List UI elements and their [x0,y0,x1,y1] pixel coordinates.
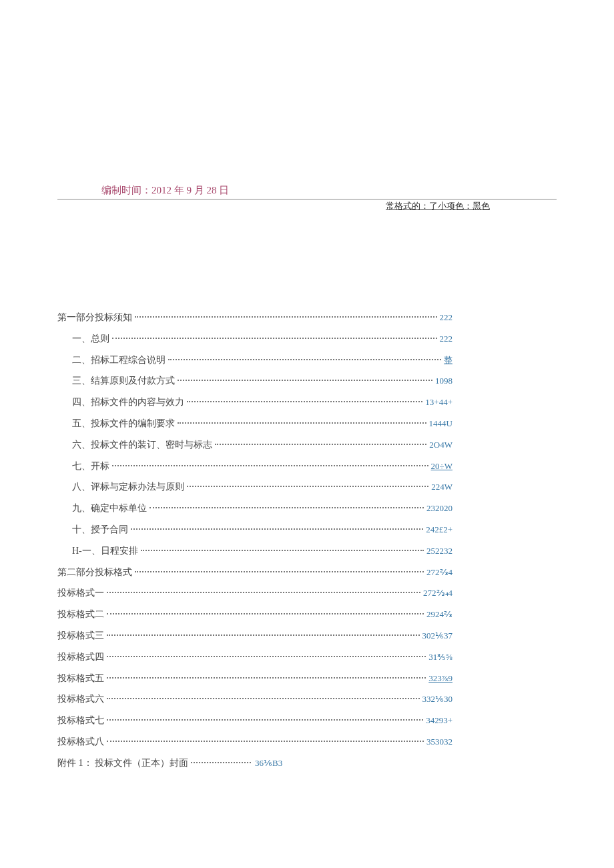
toc-entry-page: 232020 [426,501,452,516]
toc-entry-label: 投标格式五 [57,671,104,687]
toc-leader-dots [168,359,441,360]
header-divider [57,199,557,199]
toc-leader-dots [112,338,437,339]
toc-entry-page: 222 [440,310,453,325]
toc-leader-dots [191,762,251,763]
toc-entry-page: 2924⅔ [426,607,452,622]
toc-entry-label: 投标格式七 [57,713,104,729]
toc-entry: 七、开标20÷W [57,458,452,474]
toc-entry-label: 六、投标文件的装订、密时与标志 [72,437,212,453]
toc-leader-dots [149,507,424,508]
toc-entry-page: 13+44+ [425,395,452,410]
table-of-contents: 第一部分投标须知222一、总则222二、招标工程综合说明整三、结算原则及付款方式… [57,310,452,777]
toc-leader-dots [135,316,437,318]
toc-entry-page: 323⅞9 [428,671,452,686]
toc-entry: 投标格式一272⅔₄4 [57,585,452,601]
toc-entry-label: 十、授予合同 [72,522,128,538]
toc-leader-dots [178,380,432,381]
toc-leader-dots [107,592,420,593]
toc-entry: 三、结算原则及付款方式1098 [57,373,452,389]
toc-entry-label: 投标格式三 [57,628,104,644]
toc-entry: 投标格式二2924⅔ [57,606,452,622]
toc-leader-dots [131,528,423,530]
toc-entry-page: 272⅔₄4 [423,586,452,600]
format-note-text: 常格式的：了小项色：黑色 [57,200,490,212]
toc-leader-dots [187,401,422,402]
toc-leader-dots [215,444,426,445]
toc-entry: H-一、日程安排252232 [57,543,452,559]
toc-entry-page: 222 [440,332,453,346]
toc-entry: 投标格式七34293+ [57,713,452,729]
toc-leader-dots [107,634,420,636]
toc-entry-page: 224W [431,480,452,494]
toc-entry-page: 34293+ [426,713,452,728]
toc-entry-label: 投标格式四 [57,649,104,665]
toc-entry-page: 252232 [426,544,452,558]
toc-entry-label: 三、结算原则及付款方式 [72,373,175,389]
toc-entry: 投标格式五323⅞9 [57,671,452,687]
toc-leader-dots [107,656,426,657]
toc-leader-dots [178,422,426,424]
toc-entry-appendix: 附件 1： 投标文件（正本）封面36⅙B3 [57,755,452,771]
toc-entry: 五、投标文件的编制要求1444U [57,416,452,432]
toc-leader-dots [187,486,428,487]
toc-entry: 第一部分投标须知222 [57,310,452,326]
toc-entry-label: H-一、日程安排 [72,543,138,559]
toc-entry-label: 附件 1： 投标文件（正本）封面 [57,755,188,771]
toc-entry-page: 242£2+ [426,522,452,537]
toc-entry-label: 投标格式六 [57,691,104,707]
toc-entry-label: 九、确定中标单位 [72,500,147,516]
document-header: 编制时间：2012 年 9 月 28 日 常格式的：了小项色：黑色 [57,184,557,212]
toc-leader-dots [141,550,424,551]
toc-entry: 投标格式三302⅙37 [57,628,452,644]
toc-entry-label: 八、评标与定标办法与原则 [72,479,184,495]
toc-entry-page: 20÷W [431,459,452,474]
toc-entry-page: 2O4W [429,438,452,452]
toc-entry-page: 整 [444,353,452,368]
toc-entry: 投标格式八353032 [57,734,452,750]
toc-leader-dots [107,677,426,679]
toc-entry: 投标格式六332⅙30 [57,691,452,707]
toc-entry-label: 第二部分投标格式 [57,564,132,580]
toc-entry-label: 第一部分投标须知 [57,310,132,326]
toc-leader-dots [107,698,420,699]
toc-entry: 六、投标文件的装订、密时与标志2O4W [57,437,452,453]
toc-entry: 四、招标文件的内容与效力13+44+ [57,394,452,410]
toc-entry: 二、招标工程综合说明整 [57,352,452,368]
toc-entry-label: 一、总则 [72,331,109,347]
toc-entry-page: 1444U [429,416,452,431]
toc-entry-page: 1098 [435,374,452,388]
toc-entry-label: 四、招标文件的内容与效力 [72,394,184,410]
toc-entry-page: 36⅙B3 [255,756,282,771]
toc-entry-label: 五、投标文件的编制要求 [72,416,175,432]
toc-entry-label: 投标格式八 [57,734,104,750]
toc-entry-label: 投标格式二 [57,606,104,622]
toc-entry-page: 272⅔4 [426,565,452,580]
toc-entry: 一、总则222 [57,331,452,347]
toc-entry-page: 332⅙30 [422,692,453,707]
toc-entry-page: 31⅗⅝ [428,650,452,665]
toc-entry: 第二部分投标格式272⅔4 [57,564,452,580]
toc-leader-dots [107,741,424,742]
toc-entry: 投标格式四31⅗⅝ [57,649,452,665]
toc-leader-dots [107,613,424,614]
toc-entry-page: 302⅙37 [422,628,453,643]
toc-leader-dots [135,571,424,572]
toc-entry: 八、评标与定标办法与原则224W [57,479,452,495]
toc-entry-label: 投标格式一 [57,585,104,601]
toc-entry-label: 二、招标工程综合说明 [72,352,166,368]
toc-entry: 十、授予合同242£2+ [57,522,452,538]
toc-leader-dots [112,465,428,466]
toc-leader-dots [107,719,423,721]
toc-entry: 九、确定中标单位232020 [57,500,452,516]
toc-entry-page: 353032 [426,735,452,749]
compile-time-text: 编制时间：2012 年 9 月 28 日 [101,184,557,197]
toc-entry-label: 七、开标 [72,458,109,474]
